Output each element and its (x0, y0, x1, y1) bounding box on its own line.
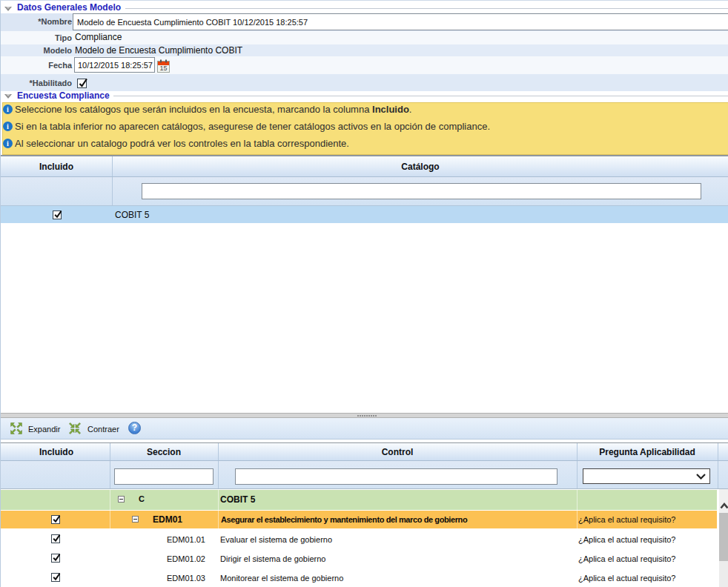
svg-text:15: 15 (159, 64, 167, 72)
